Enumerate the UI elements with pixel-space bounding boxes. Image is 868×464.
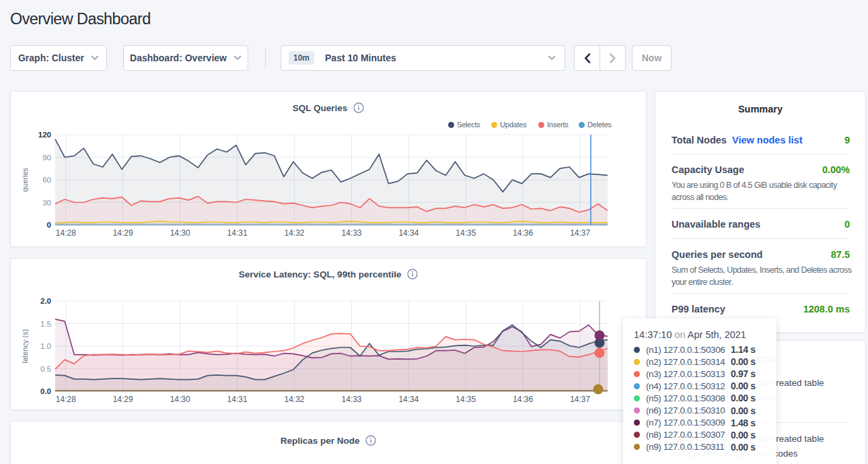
svg-text:0.5: 0.5: [40, 365, 51, 373]
svg-text:latency (s): latency (s): [21, 329, 29, 364]
svg-text:14:32: 14:32: [284, 395, 304, 404]
svg-text:30: 30: [42, 199, 51, 207]
svg-text:14:30: 14:30: [170, 228, 190, 238]
svg-text:60: 60: [42, 176, 51, 184]
svg-text:14:30: 14:30: [170, 395, 190, 404]
svg-text:14:33: 14:33: [341, 228, 361, 238]
svg-text:14:32: 14:32: [284, 228, 304, 238]
svg-text:14:37: 14:37: [570, 228, 590, 238]
svg-text:120: 120: [38, 131, 51, 139]
svg-text:queries: queries: [21, 167, 29, 192]
svg-text:1.5: 1.5: [40, 320, 51, 328]
svg-text:14:35: 14:35: [456, 395, 476, 404]
svg-text:14:37: 14:37: [570, 395, 590, 404]
svg-text:14:35: 14:35: [456, 228, 476, 238]
svg-text:14:31: 14:31: [227, 228, 248, 238]
svg-text:14:29: 14:29: [113, 395, 133, 404]
svg-text:0.0: 0.0: [40, 387, 51, 395]
svg-text:1.0: 1.0: [40, 342, 51, 350]
svg-text:90: 90: [42, 154, 51, 162]
svg-text:0: 0: [47, 221, 51, 229]
svg-text:14:31: 14:31: [227, 395, 248, 404]
svg-text:14:28: 14:28: [56, 228, 76, 238]
svg-text:14:29: 14:29: [113, 228, 133, 238]
svg-text:14:28: 14:28: [56, 395, 76, 404]
svg-text:14:36: 14:36: [513, 395, 533, 404]
svg-text:14:34: 14:34: [398, 228, 419, 238]
svg-text:14:36: 14:36: [513, 228, 533, 238]
svg-text:14:33: 14:33: [341, 395, 361, 404]
svg-text:2.0: 2.0: [40, 297, 51, 305]
svg-text:14:34: 14:34: [398, 395, 419, 404]
